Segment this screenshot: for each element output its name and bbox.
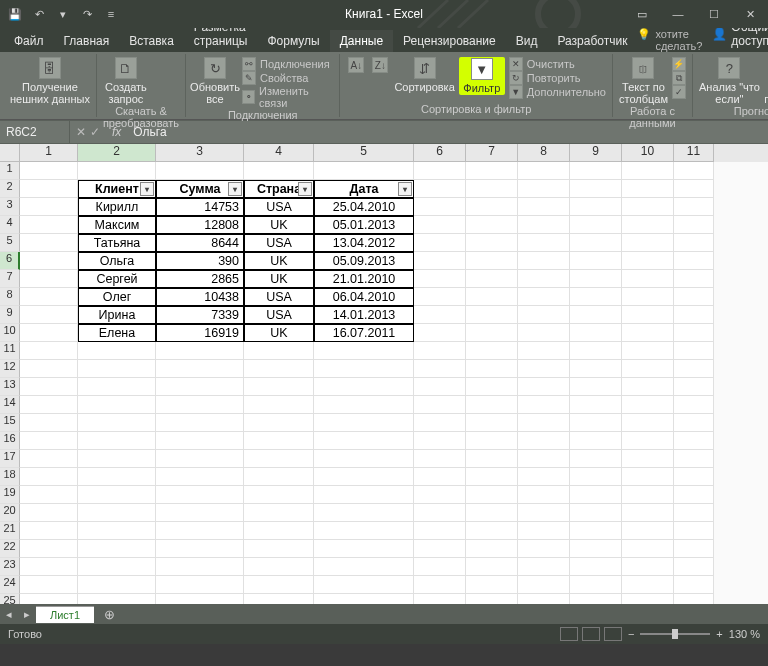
cell[interactable] (674, 558, 714, 576)
row-header-10[interactable]: 10 (0, 324, 20, 342)
cell[interactable] (466, 252, 518, 270)
cell[interactable] (78, 576, 156, 594)
filter-dropdown-icon[interactable]: ▾ (298, 182, 312, 196)
tab-review[interactable]: Рецензирование (393, 30, 506, 52)
cell[interactable] (518, 396, 570, 414)
row-header-24[interactable]: 24 (0, 576, 20, 594)
cell[interactable] (674, 234, 714, 252)
table-cell[interactable]: 05.09.2013 (314, 252, 414, 270)
cell[interactable] (466, 216, 518, 234)
cell[interactable] (570, 414, 622, 432)
cell[interactable] (518, 162, 570, 180)
col-header-7[interactable]: 7 (466, 144, 518, 162)
row-header-13[interactable]: 13 (0, 378, 20, 396)
cell[interactable] (244, 432, 314, 450)
cell[interactable] (622, 180, 674, 198)
cell[interactable] (674, 306, 714, 324)
row-header-15[interactable]: 15 (0, 414, 20, 432)
view-layout-icon[interactable] (582, 627, 600, 641)
cell[interactable] (570, 198, 622, 216)
cell[interactable] (244, 504, 314, 522)
cell[interactable] (518, 540, 570, 558)
col-header-1[interactable]: 1 (20, 144, 78, 162)
cell[interactable] (244, 162, 314, 180)
cell[interactable] (570, 486, 622, 504)
cell[interactable] (78, 450, 156, 468)
cell[interactable] (622, 270, 674, 288)
cell[interactable] (244, 468, 314, 486)
table-header[interactable]: Сумма▾ (156, 180, 244, 198)
table-cell[interactable]: 06.04.2010 (314, 288, 414, 306)
table-cell[interactable]: Татьяна (78, 234, 156, 252)
cell[interactable] (414, 234, 466, 252)
fx-icon[interactable]: fx (106, 125, 127, 139)
cell[interactable] (414, 396, 466, 414)
cell[interactable] (244, 576, 314, 594)
cell[interactable] (244, 450, 314, 468)
cell[interactable] (570, 180, 622, 198)
new-query-button[interactable]: 🗋Создать запрос (103, 57, 149, 105)
cell[interactable] (244, 522, 314, 540)
select-all-corner[interactable] (0, 144, 20, 162)
sheet-nav-next[interactable]: ▸ (18, 608, 36, 621)
cell[interactable] (466, 558, 518, 576)
add-sheet-button[interactable]: ⊕ (94, 607, 125, 622)
cell[interactable] (466, 504, 518, 522)
cell[interactable] (674, 594, 714, 604)
table-cell[interactable]: USA (244, 288, 314, 306)
cell[interactable] (156, 342, 244, 360)
cell[interactable] (20, 414, 78, 432)
cell[interactable] (622, 576, 674, 594)
table-cell[interactable]: 16919 (156, 324, 244, 342)
table-cell[interactable]: 05.01.2013 (314, 216, 414, 234)
table-cell[interactable]: UK (244, 324, 314, 342)
cell[interactable] (518, 360, 570, 378)
cell[interactable] (518, 414, 570, 432)
row-header-9[interactable]: 9 (0, 306, 20, 324)
cell[interactable] (78, 342, 156, 360)
tab-file[interactable]: Файл (4, 30, 54, 52)
get-external-data-button[interactable]: 🗄Получение нешних данных (10, 57, 90, 105)
cell[interactable] (20, 288, 78, 306)
tab-insert[interactable]: Вставка (119, 30, 184, 52)
zoom-in-button[interactable]: + (716, 628, 722, 640)
cell[interactable] (314, 162, 414, 180)
cell[interactable] (622, 396, 674, 414)
cell[interactable] (78, 504, 156, 522)
table-cell[interactable]: 16.07.2011 (314, 324, 414, 342)
table-cell[interactable]: USA (244, 234, 314, 252)
cell[interactable] (570, 360, 622, 378)
cell[interactable] (414, 252, 466, 270)
table-cell[interactable]: 12808 (156, 216, 244, 234)
cell[interactable] (570, 378, 622, 396)
cell[interactable] (414, 594, 466, 604)
cell[interactable] (78, 486, 156, 504)
whatif-button[interactable]: ?Анализ "что если" (699, 57, 760, 105)
filter-dropdown-icon[interactable]: ▾ (140, 182, 154, 196)
table-cell[interactable]: UK (244, 270, 314, 288)
zoom-out-button[interactable]: − (628, 628, 634, 640)
cell[interactable] (20, 576, 78, 594)
table-header[interactable]: Клиент▾ (78, 180, 156, 198)
cell[interactable] (20, 486, 78, 504)
cell[interactable] (78, 396, 156, 414)
cell[interactable] (20, 558, 78, 576)
table-cell[interactable]: Ольга (78, 252, 156, 270)
cell[interactable] (20, 504, 78, 522)
cell[interactable] (466, 576, 518, 594)
cell[interactable] (414, 504, 466, 522)
cell[interactable] (518, 234, 570, 252)
cell[interactable] (674, 270, 714, 288)
cell[interactable] (20, 342, 78, 360)
cell[interactable] (466, 306, 518, 324)
edit-links-button[interactable]: ⚬Изменить связи (242, 85, 333, 109)
row-header-4[interactable]: 4 (0, 216, 20, 234)
cell[interactable] (466, 324, 518, 342)
cell[interactable] (414, 468, 466, 486)
refresh-all-button[interactable]: ↻Обновить все (192, 57, 238, 105)
cell[interactable] (674, 486, 714, 504)
cell[interactable] (156, 486, 244, 504)
cell[interactable] (570, 468, 622, 486)
row-header-7[interactable]: 7 (0, 270, 20, 288)
spreadsheet-grid[interactable]: 1234567891011 12345678910111213141516171… (0, 144, 768, 604)
